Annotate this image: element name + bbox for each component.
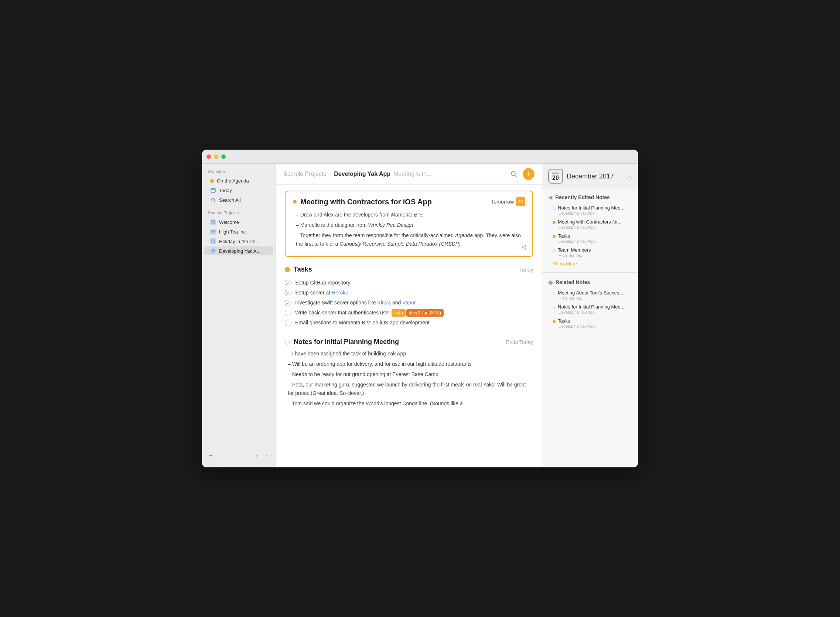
main-body[interactable]: Meeting with Contractors for iOS App Tom… — [276, 185, 542, 467]
show-more-button[interactable]: Show More — [542, 259, 638, 271]
task-text-1: Setup GitHub repository — [295, 279, 350, 287]
sidebar-item-today[interactable]: Today — [204, 186, 273, 195]
note-dot-icon — [553, 292, 556, 295]
note-dot-icon — [553, 235, 556, 238]
task-text-5: Email questions to Momenta B.V. on iOS a… — [295, 319, 430, 326]
right-note-title: Meeting with Contractors for... — [558, 219, 622, 224]
cal-day-num: 20 — [552, 175, 559, 181]
sidebar-item-label: On the Agenda — [217, 178, 249, 184]
notes-bullet-3: – Needs to be ready for our grand openin… — [288, 370, 533, 379]
sidebar-item-label: Search All — [219, 197, 241, 203]
right-note-item[interactable]: Tasks Developing Yak App — [542, 316, 638, 330]
right-note-item[interactable]: Notes for Initial Planning Mee... Develo… — [542, 203, 638, 217]
meeting-card-header: Meeting with Contractors for iOS App Tom… — [293, 197, 525, 206]
notes-date: Ends Today — [506, 339, 533, 345]
right-note-title: Notes for Initial Planning Mee... — [558, 304, 625, 310]
meeting-body: – Drew and Alex are the developers from … — [293, 211, 525, 249]
related-notes-title: ◉ Related Notes — [542, 274, 638, 288]
task-text-2: Setup server at Heroku — [295, 289, 348, 297]
task-item: Email questions to Momenta B.V. on iOS a… — [285, 318, 533, 328]
right-note-item[interactable]: Tasks Developing Yak App — [542, 231, 638, 245]
cal-month-year: December 2017 — [567, 173, 614, 180]
sidebar-item-label: Welcome — [219, 220, 239, 225]
right-note-title-row: Notes for Initial Planning Mee... — [553, 304, 632, 310]
overview-label: Overview — [202, 168, 276, 176]
kitura-link[interactable]: Kitura — [377, 300, 391, 306]
recently-edited-label: Recently Edited Notes — [555, 194, 610, 200]
right-note-title: Team Members — [558, 247, 591, 253]
sidebar-item-high-tea[interactable]: High Tea Inc. — [204, 227, 273, 236]
nav-back-button[interactable]: ‹ — [252, 451, 261, 460]
right-note-title-row: Tasks — [553, 318, 632, 324]
meeting-bullet-3: – Together they form the team responsibl… — [296, 231, 525, 249]
right-note-sub: Developing Yak App — [559, 324, 632, 328]
note-dot-icon — [553, 207, 556, 210]
nav-forward-button[interactable]: › — [262, 451, 271, 460]
svg-rect-10 — [212, 240, 215, 243]
search-button[interactable] — [508, 168, 520, 180]
minimize-button[interactable] — [214, 154, 218, 159]
recently-edited-title: ◀ Recently Edited Notes — [542, 189, 638, 203]
note-dot-icon — [553, 221, 556, 224]
vapor-link[interactable]: Vapor — [402, 300, 416, 306]
gear-icon[interactable]: ⚙ — [521, 244, 527, 252]
task-item: Setup GitHub repository — [285, 278, 533, 288]
right-note-title: Meeting About Tom's Succes... — [558, 290, 623, 295]
sidebar-item-welcome[interactable]: Welcome — [204, 218, 273, 226]
add-note-button[interactable]: + — [523, 168, 535, 180]
right-note-sub: High Tea Inc. — [559, 253, 632, 257]
right-note-item[interactable]: Meeting with Contractors for... Developi… — [542, 217, 638, 231]
meeting-date-badge: Tomorrow 20 — [491, 197, 525, 206]
task-checkbox-5[interactable] — [285, 320, 292, 326]
meeting-cal-badge: 20 — [516, 197, 525, 206]
right-note-title-row: Meeting About Tom's Succes... — [553, 290, 632, 295]
alert-icon: △ — [627, 172, 632, 180]
task-text-3: Investigate Swift server options like Ki… — [295, 299, 416, 307]
task-item: Write basic server that authenticates us… — [285, 308, 533, 318]
related-notes-label: Related Notes — [556, 279, 590, 285]
task-text-4: Write basic server that authenticates us… — [295, 309, 444, 317]
breadcrumb-project: Sample Projects — [283, 171, 327, 177]
svg-rect-12 — [212, 249, 215, 252]
tag-due: due(2 Jan 2018) — [406, 309, 444, 317]
sidebar-item-label: Holiday in the Pe... — [219, 239, 259, 244]
notes-body: – I have been assigned the task of build… — [285, 350, 533, 408]
task-checkbox-3[interactable] — [285, 300, 292, 306]
meeting-bullet-1: – Drew and Alex are the developers from … — [296, 211, 525, 220]
right-note-title-row: Team Members — [553, 247, 632, 253]
task-checkbox-1[interactable] — [285, 280, 292, 286]
meeting-dot-icon — [293, 200, 297, 204]
main-header: Sample Projects › Developing Yak App Mee… — [276, 164, 542, 185]
notes-title: Notes for Initial Planning Meeting — [294, 338, 399, 346]
cal-date-box: WED 20 — [548, 169, 563, 184]
svg-rect-0 — [211, 189, 215, 192]
heroku-link[interactable]: Heroku — [332, 290, 348, 295]
add-project-button[interactable]: + — [206, 451, 215, 460]
right-note-sub: High Tea Inc. — [559, 296, 632, 300]
traffic-lights — [206, 154, 226, 159]
sidebar-item-label: Developing Yak A... — [219, 248, 261, 254]
maximize-button[interactable] — [221, 154, 226, 159]
calendar-icon — [210, 187, 216, 193]
task-checkbox-4[interactable] — [285, 310, 292, 316]
close-button[interactable] — [206, 154, 211, 159]
meeting-date-label: Tomorrow — [491, 199, 514, 205]
sidebar-item-search-all[interactable]: Search All — [204, 195, 273, 204]
sidebar-item-developing-yak[interactable]: Developing Yak A... — [204, 247, 273, 255]
breadcrumb-extra: Meeting with... — [393, 171, 432, 177]
right-note-title: Tasks — [558, 233, 570, 239]
notes-bullet-4: – Peta, our marketing guru, suggested we… — [288, 381, 533, 398]
sidebar-item-label: High Tea Inc. — [219, 229, 247, 235]
notes-header: Notes for Initial Planning Meeting Ends … — [285, 338, 533, 346]
sidebar-item-holiday[interactable]: Holiday in the Pe... — [204, 237, 273, 246]
right-note-item[interactable]: Notes for Initial Planning Mee... Develo… — [542, 302, 638, 316]
task-checkbox-2[interactable] — [285, 290, 292, 296]
svg-line-15 — [515, 175, 517, 177]
sidebar-item-label: Today — [219, 188, 232, 193]
right-note-item[interactable]: Team Members High Tea Inc. — [542, 245, 638, 259]
svg-rect-6 — [212, 221, 215, 223]
titlebar — [202, 150, 638, 164]
right-note-item[interactable]: Meeting About Tom's Succes... High Tea I… — [542, 288, 638, 302]
sidebar-item-on-the-agenda[interactable]: On the Agenda — [204, 177, 273, 185]
right-note-sub: Developing Yak App — [559, 239, 632, 244]
